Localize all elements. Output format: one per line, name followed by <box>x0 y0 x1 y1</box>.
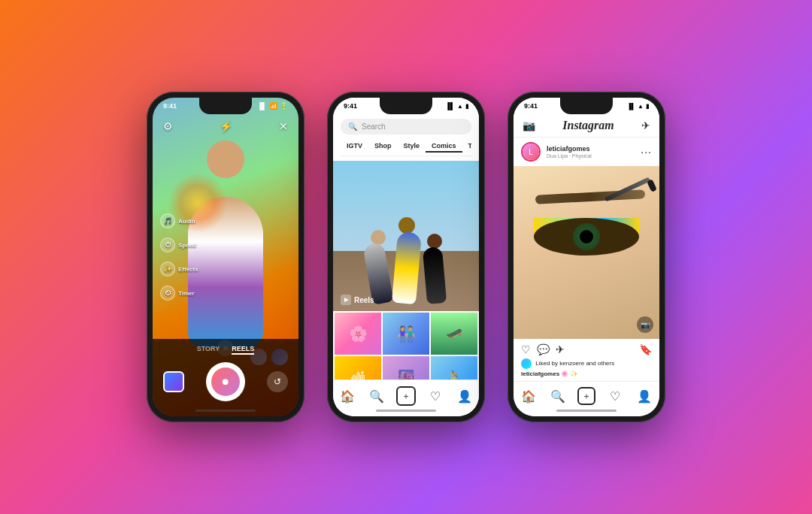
dancer-body-2 <box>392 231 422 304</box>
battery-icon: 🔋 <box>280 102 288 110</box>
camera-shutter-row: ⏺ ↺ <box>163 362 288 401</box>
gallery-thumbnail[interactable] <box>163 371 184 392</box>
explore-featured-video[interactable]: ▶ Reels <box>333 161 479 311</box>
phone-explore: 9:41 ▐▌ ▲ ▮ 🔍 Search IGTV Shop Style Com… <box>327 92 485 422</box>
avatar-initial: L <box>523 144 539 160</box>
post-camera-button[interactable]: 📷 <box>637 316 653 333</box>
speed-label: Speed <box>178 242 196 249</box>
status-time: 9:41 <box>163 102 177 110</box>
effects-label: Effects <box>178 266 198 273</box>
close-icon[interactable]: ✕ <box>279 120 288 132</box>
grid-item-1[interactable]: 🌸 <box>335 313 381 355</box>
reels-icon: ▶ <box>341 295 351 305</box>
explore-category-tabs: IGTV Shop Style Comics TV & Movie <box>341 141 471 156</box>
phone-camera-screen: 9:41 ▐▌ 📶 🔋 ⚙ ⚡ ✕ 🎵 Audio <box>153 98 298 416</box>
status-time-2: 9:41 <box>344 102 357 110</box>
phone-camera: 9:41 ▐▌ 📶 🔋 ⚙ ⚡ ✕ 🎵 Audio <box>147 92 304 422</box>
dancer-head-1 <box>371 230 386 245</box>
bookmark-button[interactable]: 🔖 <box>639 343 652 355</box>
comment-button[interactable]: 💬 <box>537 343 550 355</box>
likes-text: Liked by kenzoere and others <box>535 360 614 367</box>
nav-add[interactable]: ＋ <box>396 386 416 406</box>
settings-icon[interactable]: ⚙ <box>163 120 173 132</box>
status-icons: ▐▌ 📶 🔋 <box>257 102 288 110</box>
send-icon[interactable]: ✈ <box>641 119 650 132</box>
dancer-head-3 <box>427 234 442 249</box>
phone-feed-screen: 9:41 ▐▌ ▲ ▮ 📷 Instagram ✈ L leticiafgome… <box>514 98 659 416</box>
like-button[interactable]: ♡ <box>521 343 531 355</box>
home-indicator-2 <box>376 410 436 412</box>
timer-icon[interactable]: ⏲ <box>160 286 175 301</box>
tab-tvmovie[interactable]: TV & Movie <box>462 141 471 153</box>
notch-2 <box>380 98 432 114</box>
eye-pupil <box>580 230 593 243</box>
post-header: L leticiafgomes Dua Lipa · Physical ··· <box>514 138 659 166</box>
reels-record-icon: ⏺ <box>221 376 230 387</box>
effects-control[interactable]: ✨ Effects <box>160 262 198 277</box>
reels-tab[interactable]: REELS <box>232 345 254 355</box>
flip-camera-button[interactable]: ↺ <box>267 371 288 392</box>
speed-control[interactable]: ⏱ Speed <box>160 237 198 252</box>
speed-icon[interactable]: ⏱ <box>160 237 175 252</box>
feed-likes: Liked by kenzoere and others <box>514 358 659 370</box>
flash-icon[interactable]: ⚡ <box>220 120 232 132</box>
post-username[interactable]: leticiafgomes <box>547 145 635 153</box>
tab-comics[interactable]: Comics <box>426 141 462 153</box>
caption-text: leticiafgomes 🌸 ✨ <box>521 370 578 377</box>
camera-mode-tabs: STORY REELS <box>163 345 288 355</box>
dancer-center <box>395 232 419 304</box>
status-icons-2: ▐▌ ▲ ▮ <box>445 102 468 110</box>
post-image: 📷 <box>514 166 659 339</box>
status-time-3: 9:41 <box>524 102 538 110</box>
grid-flowers-icon: 🌸 <box>335 313 381 355</box>
eye-iris <box>573 223 600 250</box>
eye-area <box>534 218 639 259</box>
camera-controls: 🎵 Audio ⏱ Speed ✨ Effects ⏲ Timer <box>160 213 198 301</box>
post-options-button[interactable]: ··· <box>641 146 652 158</box>
shutter-button[interactable]: ⏺ <box>206 362 245 401</box>
eye-shape <box>534 218 639 255</box>
phone-feed: 9:41 ▐▌ ▲ ▮ 📷 Instagram ✈ L leticiafgome… <box>508 92 665 422</box>
feed-nav-search[interactable]: 🔍 <box>548 386 568 406</box>
audio-control[interactable]: 🎵 Audio <box>160 213 198 228</box>
timer-control[interactable]: ⏲ Timer <box>160 286 198 301</box>
feed-nav-home[interactable]: 🏠 <box>519 386 538 406</box>
post-subtitle: Dua Lipa · Physical <box>547 153 635 159</box>
battery-icon-2: ▮ <box>465 103 468 110</box>
dancer-right <box>425 247 444 304</box>
feed-nav-add[interactable]: ＋ <box>577 387 595 405</box>
nav-home[interactable]: 🏠 <box>338 386 357 406</box>
person-body <box>188 197 263 347</box>
shutter-inner: ⏺ <box>211 367 240 396</box>
camera-header-icon[interactable]: 📷 <box>523 119 535 132</box>
post-avatar[interactable]: L <box>521 142 541 162</box>
wifi-icon-2: ▲ <box>457 103 463 110</box>
grid-item-2[interactable]: 👫 <box>383 313 429 355</box>
nav-search[interactable]: 🔍 <box>367 386 386 406</box>
effects-icon[interactable]: ✨ <box>160 262 175 277</box>
tab-shop[interactable]: Shop <box>368 141 398 153</box>
feed-caption: leticiafgomes 🌸 ✨ <box>514 370 659 380</box>
nav-profile[interactable]: 👤 <box>455 386 474 406</box>
search-bar[interactable]: 🔍 Search <box>341 119 471 135</box>
reels-video-label: ▶ Reels <box>341 295 374 305</box>
notch-3 <box>560 98 613 114</box>
tab-style[interactable]: Style <box>398 141 426 153</box>
audio-icon[interactable]: 🎵 <box>160 213 175 228</box>
battery-icon-3: ▮ <box>646 103 649 110</box>
phone-explore-screen: 9:41 ▐▌ ▲ ▮ 🔍 Search IGTV Shop Style Com… <box>333 98 479 416</box>
story-tab[interactable]: STORY <box>197 345 220 355</box>
home-indicator-3 <box>556 410 617 412</box>
nav-heart[interactable]: ♡ <box>426 386 445 406</box>
flip-icon: ↺ <box>274 376 281 387</box>
signal-icon: ▐▌ <box>257 102 267 110</box>
feed-actions-row: ♡ 💬 ✈ 🔖 <box>514 339 659 358</box>
tab-igtv[interactable]: IGTV <box>341 141 368 153</box>
status-icons-3: ▐▌ ▲ ▮ <box>627 103 649 110</box>
share-button[interactable]: ✈ <box>556 343 565 355</box>
signal-icon-2: ▐▌ <box>445 102 455 110</box>
feed-nav-profile[interactable]: 👤 <box>635 386 654 406</box>
camera-bottom-bar: STORY REELS ⏺ ↺ <box>153 339 298 416</box>
feed-nav-heart[interactable]: ♡ <box>605 386 625 406</box>
grid-item-3[interactable]: 🛹 <box>431 313 477 355</box>
